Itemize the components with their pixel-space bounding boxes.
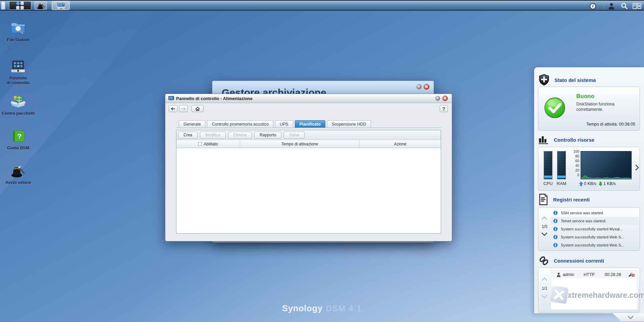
tab-controllo-promemoria-acustico[interactable]: Controllo promemoria acustico: [207, 120, 273, 128]
page-up-icon[interactable]: [541, 216, 547, 220]
main-menu-button[interactable]: [9, 1, 31, 10]
desktop-icon-package-center[interactable]: Centro pacchetti: [1, 94, 36, 116]
back-icon: [171, 107, 175, 110]
table-header: Abilitato Tempo di attivazione Azione: [176, 140, 441, 148]
disconnect-icon[interactable]: [628, 272, 635, 277]
desktop-icon-quick-start[interactable]: Avvio veloce: [1, 164, 36, 185]
control-panel-window: Pannello di controllo - Alimentazione ? …: [165, 94, 452, 241]
info-log-icon: [553, 235, 558, 239]
package-center-icon: [10, 94, 26, 109]
tab-generale[interactable]: Generale: [179, 120, 205, 128]
resource-monitor-title: Controllo risorse: [554, 137, 594, 143]
delete-button[interactable]: Elimina: [228, 132, 252, 139]
connections-list: admin HTTP 00:28:28: [551, 270, 638, 310]
save-button[interactable]: Salva: [284, 132, 305, 139]
expand-chevron-icon[interactable]: [635, 165, 639, 171]
log-entry[interactable]: SSH service was started.: [551, 209, 639, 217]
tab-sospensione-hdd[interactable]: Sospensione HDD: [327, 120, 371, 128]
user-button[interactable]: [608, 2, 615, 10]
column-header-tempo-attivazione[interactable]: Tempo di attivazione: [240, 140, 360, 148]
log-entry[interactable]: System successfully started Web S...: [551, 241, 639, 249]
column-header-azione[interactable]: Azione: [360, 140, 441, 148]
info-log-icon: [553, 219, 558, 223]
schedule-panel: Crea Modifica Elimina Rapporto Salva Abi…: [176, 130, 441, 234]
system-status-box: Buono DiskStation funziona correttamente…: [538, 87, 640, 131]
upload-arrow-icon: [579, 182, 583, 186]
page-down-icon[interactable]: [541, 295, 547, 298]
light-streak: [0, 0, 46, 322]
connection-time: 00:28:28: [605, 272, 621, 277]
shield-icon: [538, 74, 550, 86]
log-entry[interactable]: Telnet service was started.: [551, 217, 639, 225]
pin-button[interactable]: [417, 84, 422, 89]
taskbar-separator: [604, 2, 604, 10]
report-button[interactable]: Rapporto: [254, 132, 281, 139]
info-log-icon: [553, 227, 558, 231]
toolbar: Crea Modifica Elimina Rapporto Salva: [176, 130, 441, 140]
show-desktop-button[interactable]: [1, 1, 5, 10]
desktop-icon-label: File Station: [1, 38, 36, 42]
desktop-icon-control-panel[interactable]: Pannello di controllo: [1, 59, 36, 85]
back-button[interactable]: [169, 105, 177, 112]
page-up-icon[interactable]: [541, 277, 547, 281]
taskbar-app-control-panel[interactable]: [52, 1, 69, 10]
tab-pianificato[interactable]: Pianificato: [295, 120, 325, 128]
help-button[interactable]: ?: [440, 105, 448, 112]
tab-strip: Generale Controllo promemoria acustico U…: [179, 120, 371, 128]
close-button[interactable]: [424, 84, 429, 90]
window-navbar: ?: [165, 103, 452, 114]
ram-label: RAM: [554, 181, 569, 186]
column-header-abilitato[interactable]: Abilitato: [176, 140, 240, 148]
quick-start-icon: [10, 164, 26, 178]
pin-button[interactable]: [435, 96, 440, 101]
widgets-button[interactable]: [633, 2, 641, 10]
home-button[interactable]: [192, 105, 204, 112]
magic-hat-icon: [37, 2, 45, 9]
info-button[interactable]: i: [590, 2, 596, 10]
forward-icon: [181, 107, 186, 110]
recent-logs-title: Registri recenti: [553, 197, 590, 202]
close-button[interactable]: [442, 96, 448, 101]
page-down-icon[interactable]: [541, 232, 547, 236]
table-body-empty: [176, 148, 441, 233]
desktop-icon-label: Centro pacchetti: [1, 111, 36, 116]
system-health-sidebar: Stato del sistema Buono DiskStation funz…: [534, 67, 644, 313]
desktop-icon-file-station[interactable]: File Station: [1, 21, 36, 42]
quick-launch-button[interactable]: [35, 1, 47, 10]
window-titlebar[interactable]: Pannello di controllo - Alimentazione: [165, 94, 452, 103]
tab-ups[interactable]: UPS: [275, 120, 293, 128]
connections-title: Connessioni correnti: [554, 258, 604, 264]
status-ok-icon: [544, 97, 566, 119]
link-icon: [538, 255, 549, 266]
log-entry[interactable]: System successfully started Web S...: [551, 233, 639, 241]
status-value: Buono: [576, 93, 594, 100]
control-panel-icon: [10, 60, 26, 74]
window-title: Pannello di controllo - Alimentazione: [176, 96, 253, 101]
desktop-icon-dsm-help[interactable]: ? Guida DSM: [1, 129, 36, 150]
cpu-gauge: [544, 151, 552, 179]
forward-button[interactable]: [179, 105, 188, 112]
select-all-checkbox[interactable]: [198, 142, 202, 146]
logs-page-indicator: 1/5: [538, 224, 551, 229]
info-icon: i: [590, 3, 596, 9]
log-entry[interactable]: System successfully started Mysql...: [551, 225, 639, 233]
svg-text:?: ?: [17, 132, 22, 140]
create-button[interactable]: Crea: [178, 132, 198, 139]
info-log-icon: [553, 243, 558, 247]
monitor-icon: [56, 2, 66, 10]
main-menu-icon: [16, 2, 24, 10]
search-button[interactable]: [621, 2, 628, 10]
file-station-icon: [10, 21, 26, 36]
edit-button[interactable]: Modifica: [200, 132, 226, 139]
search-icon: [621, 2, 628, 10]
status-description: DiskStation funziona correttamente.: [576, 101, 630, 112]
resource-monitor-box: CPU RAM 100 80 60 40 20 0 0 KB/s 1 KB/s: [538, 147, 640, 191]
ram-gauge: [557, 151, 566, 179]
tab-baseline: [176, 128, 441, 128]
info-log-icon: [553, 211, 558, 215]
desktop-icon-label: Pannello di controllo: [1, 76, 36, 85]
connection-row[interactable]: admin HTTP 00:28:28: [551, 271, 637, 278]
download-arrow-icon: [599, 182, 602, 186]
light-streak: [0, 0, 187, 322]
close-icon: [425, 85, 428, 88]
